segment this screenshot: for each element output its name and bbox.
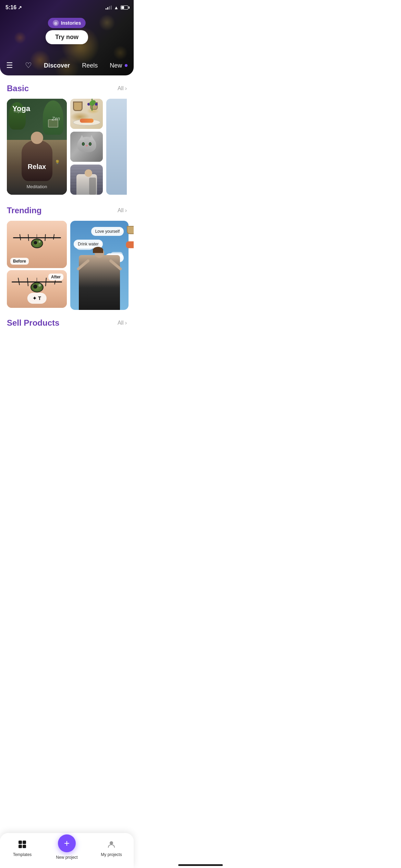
zen-label: Zen — [52, 116, 60, 121]
sell-products-header-inner: Sell Products All › — [7, 318, 127, 328]
eye-after-card: After ✦ T — [7, 270, 67, 308]
sell-products-section-header: Sell Products All › — [0, 310, 134, 328]
status-right: ▲ — [106, 5, 128, 10]
battery-icon — [121, 5, 128, 10]
meditation-label: Meditation — [27, 184, 47, 189]
street-bg — [70, 165, 103, 195]
section-gap-1 — [0, 195, 134, 206]
hero-section: 5:16 ↗ ▲ ◎ Instories Try now ☰ ♡ Discove… — [0, 0, 134, 75]
person-silhouette — [79, 255, 120, 310]
add-text-button[interactable]: ✦ T — [27, 293, 46, 304]
trending-eye-card[interactable]: Before — [7, 221, 67, 310]
trending-title: Trending — [7, 206, 41, 215]
basic-templates-row: Yoga Yoga Zen Relax 💡 Meditation — [0, 99, 134, 195]
after-badge: After — [48, 274, 63, 280]
location-icon: ↗ — [18, 5, 22, 10]
basic-section-header: Basic All › — [0, 84, 134, 99]
menu-icon[interactable]: ☰ — [6, 61, 13, 70]
bubble-love-yourself: Love yourself — [91, 227, 124, 236]
trending-templates-row: Before — [0, 221, 134, 310]
status-time: 5:16 ↗ — [5, 4, 22, 11]
basic-all-button[interactable]: All › — [118, 85, 127, 92]
trending-section-header: Trending All › — [0, 206, 134, 221]
bottom-spacer — [0, 328, 134, 369]
food-bg — [70, 99, 103, 129]
sell-products-all-button[interactable]: All › — [118, 320, 127, 326]
basic-right-grid — [70, 99, 103, 195]
try-now-button[interactable]: Try now — [46, 30, 88, 44]
light-icon: 💡 — [55, 160, 60, 165]
relax-label: Relax — [28, 163, 46, 171]
trending-fitness-card[interactable]: Love yourself Drink water Smile — [70, 221, 129, 310]
street-template-card[interactable] — [70, 165, 103, 195]
yoga-template-card[interactable]: Yoga Yoga Zen Relax 💡 Meditation — [7, 99, 67, 195]
basic-partial-card[interactable] — [106, 99, 127, 195]
food-template-card[interactable] — [70, 99, 103, 129]
hero-nav: ☰ ♡ Discover Reels New — [0, 61, 134, 70]
new-nav[interactable]: New — [110, 62, 127, 69]
instories-label: Instories — [61, 20, 81, 26]
time-display: 5:16 — [5, 4, 16, 11]
heart-icon[interactable]: ♡ — [25, 61, 32, 70]
signal-icon — [106, 5, 112, 10]
status-bar: 5:16 ↗ ▲ — [0, 0, 134, 15]
sell-products-title: Sell Products — [7, 318, 59, 328]
yoga-sub-label: Yoga — [13, 109, 22, 113]
battery-fill — [121, 6, 124, 9]
cat-template-card[interactable] — [70, 132, 103, 162]
instories-logo: ◎ — [53, 20, 59, 26]
cup-shape — [73, 101, 83, 111]
cat-bg — [70, 132, 103, 162]
before-badge: Before — [10, 258, 29, 265]
basic-title: Basic — [7, 84, 29, 93]
main-content: Basic All › Yoga Yoga — [0, 75, 134, 369]
trending-all-button[interactable]: All › — [118, 207, 127, 214]
wifi-icon: ▲ — [114, 5, 119, 10]
reels-nav[interactable]: Reels — [82, 62, 98, 69]
yoga-bg: Yoga Yoga Zen Relax 💡 Meditation — [7, 99, 67, 195]
eye-before-card: Before — [7, 221, 67, 268]
new-dot — [125, 64, 127, 67]
instories-badge[interactable]: ◎ Instories — [48, 18, 86, 28]
discover-nav[interactable]: Discover — [44, 62, 70, 69]
